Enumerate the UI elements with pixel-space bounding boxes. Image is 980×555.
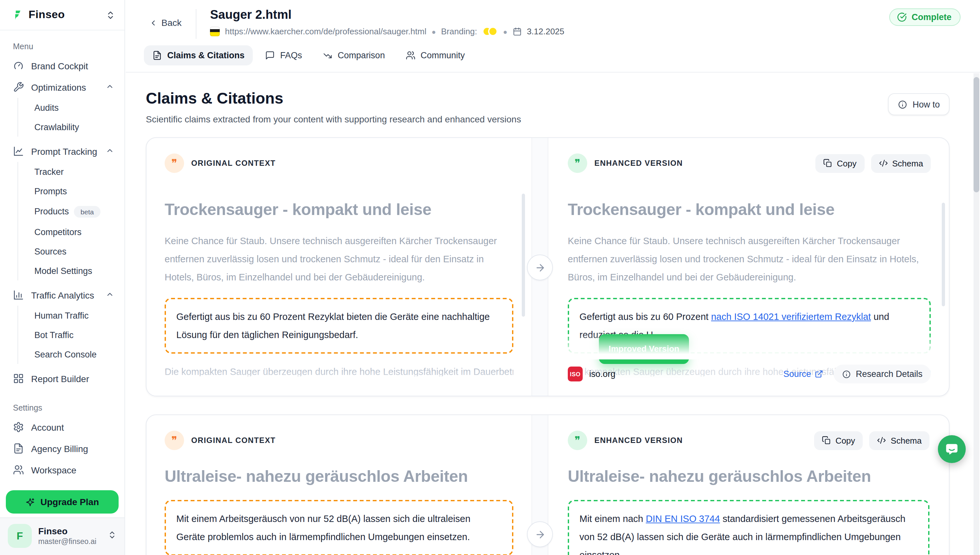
user-name: Finseo — [38, 526, 96, 537]
sidebar-item-bot-traffic[interactable]: Bot Traffic — [18, 325, 124, 345]
original-claim-highlight[interactable]: Mit einem Arbeitsgeräusch von nur 52 dB(… — [165, 500, 513, 555]
back-label: Back — [161, 18, 182, 28]
chevrons-up-down-icon[interactable] — [108, 530, 117, 542]
claim-card: ❞ ORIGINAL CONTEXT Ultraleise- nahezu ge… — [146, 414, 949, 555]
claim-card: ❞ ORIGINAL CONTEXT Trockensauger - kompa… — [146, 137, 949, 396]
avatar: F — [8, 524, 32, 548]
sidebar-item-search-console[interactable]: Search Console — [18, 345, 124, 364]
schema-label: Schema — [892, 158, 923, 168]
tab-claims-citations[interactable]: Claims & Citations — [144, 45, 253, 66]
chat-launcher-button[interactable] — [938, 435, 966, 463]
tab-faqs[interactable]: FAQs — [257, 45, 311, 66]
copy-icon — [822, 436, 831, 445]
copy-label: Copy — [835, 436, 855, 445]
sidebar-item-competitors[interactable]: Competitors — [18, 222, 124, 242]
iso-logo: ISO — [568, 367, 583, 382]
sidebar-item-label: Agency Billing — [31, 443, 88, 454]
chevron-up-icon[interactable] — [106, 290, 114, 300]
external-link-icon — [815, 370, 824, 378]
gear-icon — [13, 422, 24, 433]
chevron-up-icon[interactable] — [106, 146, 114, 156]
quote-icon: ❞ — [568, 154, 587, 173]
original-claim-highlight[interactable]: Gefertigt aus bis zu 60 Prozent Rezyklat… — [165, 298, 513, 354]
tab-comparison[interactable]: Comparison — [314, 45, 393, 66]
info-icon — [842, 369, 851, 379]
workspace-switcher[interactable]: Finseo — [0, 0, 124, 30]
user-menu[interactable]: F Finseo master@finseo.ai — [0, 517, 124, 555]
chat-bubble-icon — [945, 442, 959, 456]
copy-button[interactable]: Copy — [814, 431, 863, 450]
enhanced-claim-highlight[interactable]: Mit einem nach DIN EN ISO 3744 standardi… — [568, 500, 929, 555]
document-url[interactable]: https://www.kaercher.com/de/professional… — [225, 27, 426, 36]
research-details-button[interactable]: Research Details — [834, 365, 931, 383]
claim-text: Mit einem nach — [579, 513, 646, 524]
panel-scrollbar[interactable] — [942, 203, 945, 306]
info-icon — [898, 99, 908, 109]
sidebar-item-audits[interactable]: Audits — [18, 98, 124, 117]
sidebar-item-label: Search Console — [34, 350, 97, 359]
sidebar-item-report-builder[interactable]: Report Builder — [0, 368, 124, 389]
page-scrollbar-thumb[interactable] — [974, 77, 979, 192]
sidebar-item-model-settings[interactable]: Model Settings — [18, 261, 124, 281]
back-button[interactable]: Back — [149, 18, 182, 28]
sidebar-item-label: Report Builder — [31, 373, 89, 384]
citation-link[interactable]: DIN EN ISO 3744 — [646, 513, 720, 524]
how-to-button[interactable]: How to — [888, 93, 949, 115]
complete-status-badge[interactable]: Complete — [890, 8, 961, 26]
sidebar-item-prompt-tracking[interactable]: Prompt Tracking — [0, 141, 124, 162]
kaercher-favicon — [210, 27, 220, 36]
check-circle-icon — [897, 12, 907, 22]
claim-heading: Trockensauger - kompakt und leise — [568, 200, 931, 219]
sidebar-item-products[interactable]: Products beta — [18, 201, 124, 222]
sparkles-icon — [26, 497, 35, 507]
calendar-icon — [513, 27, 522, 36]
sidebar-item-traffic-analytics[interactable]: Traffic Analytics — [0, 284, 124, 306]
sidebar-item-agency-billing[interactable]: Agency Billing — [0, 438, 124, 459]
arrow-right-icon — [534, 262, 546, 273]
sidebar-item-label: Prompt Tracking — [31, 146, 97, 156]
tab-label: Community — [421, 51, 465, 60]
header-divider — [196, 9, 196, 39]
sidebar-item-label: Workspace — [31, 465, 76, 475]
optimizations-submenu: Audits Crawlability — [18, 98, 124, 136]
sidebar-item-crawlability[interactable]: Crawlability — [18, 117, 124, 136]
sidebar-item-prompts[interactable]: Prompts — [18, 181, 124, 201]
chevron-up-icon[interactable] — [106, 82, 114, 92]
citation-link[interactable]: nach ISO 14021 verifiziertem Rezyklat — [711, 311, 871, 322]
line-chart-icon — [13, 146, 24, 157]
traffic-analytics-submenu: Human Traffic Bot Traffic Search Console — [18, 306, 124, 364]
schema-button[interactable]: Schema — [869, 431, 929, 450]
brand-name: Finseo — [29, 8, 65, 21]
upgrade-plan-button[interactable]: Upgrade Plan — [6, 490, 119, 513]
panel-scrollbar[interactable] — [522, 194, 525, 317]
sidebar-item-label: Competitors — [34, 227, 82, 237]
sidebar-item-tracker[interactable]: Tracker — [18, 162, 124, 181]
page-heading-block: Claims & Citations Scientific claims ext… — [146, 89, 521, 124]
copy-label: Copy — [837, 158, 856, 168]
pane-gap — [531, 415, 548, 555]
source-link[interactable]: Source — [783, 369, 824, 379]
sidebar-item-optimizations[interactable]: Optimizations — [0, 76, 124, 98]
tab-community[interactable]: Community — [397, 45, 473, 66]
sidebar-item-workspace[interactable]: Workspace — [0, 459, 124, 481]
sidebar-item-label: Tracker — [34, 167, 64, 176]
sidebar-item-sources[interactable]: Sources — [18, 242, 124, 261]
enhanced-claim-highlight[interactable]: Gefertigt aus bis zu 60 Prozent nach ISO… — [568, 298, 931, 354]
sidebar-item-human-traffic[interactable]: Human Traffic — [18, 306, 124, 325]
schema-button[interactable]: Schema — [871, 154, 931, 173]
quote-icon: ❞ — [165, 154, 184, 173]
claim-heading: Ultraleise- nahezu geräuschlos Arbeiten — [165, 467, 513, 486]
source-row: ISO iso.org Source Research Details — [568, 365, 931, 383]
code-icon — [879, 159, 888, 168]
sidebar-item-label: Audits — [34, 103, 59, 112]
chevrons-up-down-icon[interactable] — [106, 10, 115, 20]
clipped-text: Die kompakten Sauger überzeugen durch ih… — [165, 367, 513, 376]
sidebar-item-account[interactable]: Account — [0, 416, 124, 438]
document-title-block: Sauger 2.html https://www.kaercher.com/d… — [210, 8, 564, 36]
source-domain: iso.org — [589, 369, 615, 379]
claim-paragraph: Keine Chance für Staub. Unsere technisch… — [568, 232, 931, 286]
copy-button[interactable]: Copy — [815, 154, 864, 173]
sidebar-item-brand-cockpit[interactable]: Brand Cockpit — [0, 55, 124, 76]
enhanced-version-pane: ❞ ENHANCED VERSION Copy Schema — [548, 415, 949, 555]
copy-icon — [823, 159, 832, 168]
